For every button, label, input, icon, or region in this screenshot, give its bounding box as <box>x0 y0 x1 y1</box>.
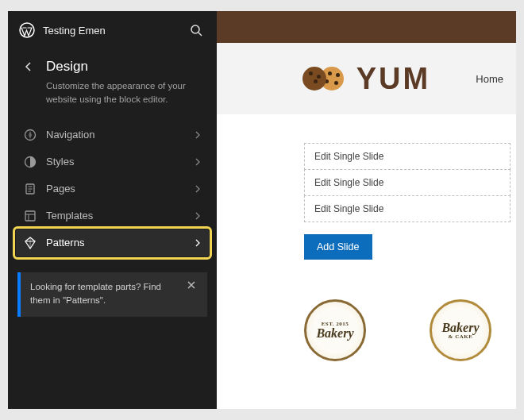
chevron-right-icon <box>195 239 201 247</box>
sidebar-item-label: Patterns <box>46 237 185 249</box>
badge-subtext: & CAKE <box>441 334 479 340</box>
site-header: YUM Home <box>217 43 516 114</box>
badge-row: EST. 2015 Bakery Bakery & CAKE <box>217 260 516 361</box>
app-frame: Testing Emen Design Customize the appear… <box>8 11 516 409</box>
slider-block: Edit Single Slide Edit Single Slide Edit… <box>217 114 516 260</box>
chevron-right-icon <box>195 158 201 166</box>
sidebar-item-label: Templates <box>46 210 185 222</box>
slide-edit-row[interactable]: Edit Single Slide <box>304 143 511 170</box>
section-header: Design <box>8 48 217 78</box>
site-preview: YUM Home Edit Single Slide Edit Single S… <box>217 11 516 409</box>
svg-point-1 <box>191 25 199 33</box>
sidebar-item-label: Styles <box>46 156 185 168</box>
editor-sidebar: Testing Emen Design Customize the appear… <box>8 11 217 409</box>
sidebar-topbar: Testing Emen <box>8 11 217 48</box>
notice-text: Looking for template parts? Find them in… <box>30 280 177 308</box>
sidebar-item-templates[interactable]: Templates <box>16 202 209 229</box>
layout-icon <box>24 210 37 222</box>
design-menu: Navigation Styles Pages <box>8 121 217 256</box>
sidebar-item-patterns[interactable]: Patterns <box>16 229 209 256</box>
slide-edit-row[interactable]: Edit Single Slide <box>304 169 511 196</box>
chevron-right-icon <box>195 185 201 193</box>
sidebar-item-pages[interactable]: Pages <box>16 175 209 202</box>
sidebar-item-label: Navigation <box>46 129 185 141</box>
svg-rect-9 <box>25 211 35 221</box>
back-chevron-icon[interactable] <box>21 59 37 75</box>
bakery-badge-2: Bakery & CAKE <box>430 299 491 361</box>
sidebar-item-label: Pages <box>46 183 185 195</box>
half-circle-icon <box>24 156 37 168</box>
badge-main-text: Bakery <box>316 327 353 340</box>
chevron-right-icon <box>195 212 201 220</box>
add-slide-button[interactable]: Add Slide <box>304 234 372 260</box>
site-name[interactable]: Testing Emen <box>43 25 179 37</box>
compass-icon <box>24 129 37 141</box>
wordpress-logo-icon[interactable] <box>19 22 35 38</box>
sidebar-item-styles[interactable]: Styles <box>16 148 209 175</box>
section-description: Customize the appearance of your website… <box>8 78 217 121</box>
close-icon[interactable] <box>183 280 199 308</box>
chevron-right-icon <box>195 131 201 139</box>
bakery-badge-1: EST. 2015 Bakery <box>304 299 366 361</box>
svg-line-2 <box>198 33 202 36</box>
page-icon <box>24 183 37 195</box>
sidebar-item-navigation[interactable]: Navigation <box>16 121 209 148</box>
diamond-icon <box>24 237 37 249</box>
nav-link-home[interactable]: Home <box>476 73 503 85</box>
cookie-logo-icon <box>302 67 344 91</box>
site-logo-text: YUM <box>356 62 430 96</box>
badge-main-text: Bakery <box>441 322 479 334</box>
slide-edit-row[interactable]: Edit Single Slide <box>304 195 511 222</box>
section-title: Design <box>46 59 88 75</box>
search-icon[interactable] <box>187 21 206 40</box>
preview-top-banner <box>217 11 516 43</box>
template-parts-notice: Looking for template parts? Find them in… <box>17 272 207 318</box>
